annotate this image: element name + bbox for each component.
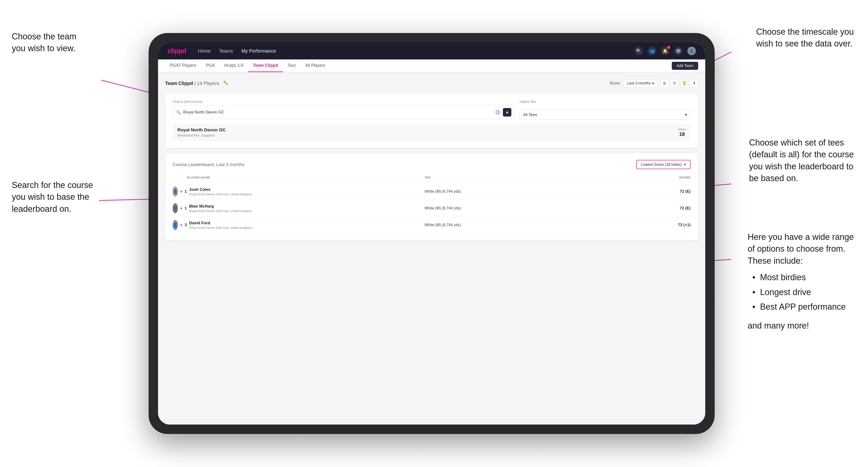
subnav-hcaps[interactable]: Hcaps 1-5 (219, 59, 248, 72)
score-chevron: ▾ (684, 162, 686, 167)
player-tee-2: White (M) (6,744 yds) (425, 206, 662, 210)
annotation-middle-right-text: Choose which set of tees(default is all)… (749, 138, 854, 183)
player-tee-3: White (M) (6,744 yds) (425, 223, 662, 227)
user-avatar[interactable]: 👤 (687, 47, 696, 55)
subnav-pgat[interactable]: PGAT Players (165, 59, 201, 72)
nav-logo: clippd (167, 47, 186, 55)
table-row: 👤 ♥ 3 David Ford Royal North Devon Golf … (173, 217, 691, 234)
bullet-3: • Best APP performance (752, 301, 854, 313)
search-clear-btn[interactable]: ✕ (495, 110, 500, 115)
player-score-2: 72 (E) (662, 206, 691, 211)
player-name-3: David Ford (189, 221, 425, 225)
player-info-2: Blair McHarg Royal North Devon Golf Club… (187, 204, 425, 213)
navbar: clippd Home Teams My Performance 🔍 👥 🔔 3… (158, 42, 705, 59)
tablet-inner: clippd Home Teams My Performance 🔍 👥 🔔 3… (158, 42, 705, 425)
subnav-tour[interactable]: Tour (283, 59, 301, 72)
subnav: PGAT Players PGA Hcaps 1-5 Team Clippd T… (158, 59, 705, 72)
team-header: Team Clippd | 14 Players ✏️ Show: Last 3… (165, 79, 698, 87)
player-count: | 14 Players (194, 81, 219, 86)
nav-link-performance[interactable]: My Performance (242, 49, 276, 54)
player-score-1: 72 (E) (662, 189, 691, 194)
bell-icon[interactable]: 🔔 3 (661, 47, 670, 55)
player-rank-3: 👤 ♥ 3 (173, 220, 187, 230)
annotation-top-right: Choose the timescale youwish to see the … (756, 26, 854, 50)
settings-icon[interactable]: ⚙️ (674, 47, 683, 55)
tee-dropdown[interactable]: All Tees ▾ (520, 110, 691, 120)
add-team-button[interactable]: Add Team (672, 62, 698, 70)
nav-link-teams[interactable]: Teams (219, 49, 233, 54)
course-location: Westward Ho!, England (177, 133, 226, 137)
annotation-middle-left: Search for the courseyou wish to base th… (12, 179, 93, 215)
player-name-2: Blair McHarg (189, 204, 425, 209)
player-rank-2: 👤 ♥ 1 (173, 203, 187, 213)
bullet-2: • Longest drive (752, 286, 854, 298)
rank-num-2: 1 (185, 206, 187, 211)
bullet-1: • Most birdies (752, 272, 854, 283)
leaderboard-card: Course Leaderboard, Last 3 months Lowest… (165, 153, 698, 240)
show-dropdown[interactable]: Last 3 months ▾ (624, 80, 658, 87)
avatar-2: 👤 (173, 203, 178, 213)
dropdown-chevron: ▾ (652, 81, 654, 86)
team-show: Show: Last 3 months ▾ ⊞ ☰ 🏆 ⬇ (610, 79, 698, 87)
heart-3: ♥ (180, 223, 182, 227)
trophy-btn[interactable]: 🏆 (680, 79, 688, 87)
player-info-1: Josh Coles Royal North Devon Golf Club, … (187, 187, 425, 196)
annotation-middle-left-text: Search for the courseyou wish to base th… (12, 180, 93, 214)
view-icons: ⊞ ☰ 🏆 ⬇ (660, 79, 698, 87)
annotation-top-left: Choose the team you wish to view. (12, 31, 92, 55)
player-club-3: Royal North Devon Golf Club, United King… (189, 226, 425, 229)
course-result: Royal North Devon GC Westward Ho!, Engla… (173, 124, 691, 141)
player-score-3: 73 (+1) (662, 223, 691, 227)
nav-icons: 🔍 👥 🔔 3 ⚙️ 👤 (634, 47, 696, 55)
subnav-pga[interactable]: PGA (201, 59, 219, 72)
nav-link-home[interactable]: Home (198, 49, 210, 54)
rank-num-3: 3 (185, 223, 187, 227)
tee-label: Select Tee (520, 99, 691, 103)
search-col: Find a Golf Course 🔍 Royal North Devon G… (173, 99, 515, 119)
annotation-top-right-text: Choose the timescale youwish to see the … (756, 27, 854, 49)
search-icon[interactable]: 🔍 (634, 47, 643, 55)
subnav-all-players[interactable]: All Players (301, 59, 330, 72)
rank-num-1: 1 (185, 189, 187, 194)
annotation-middle-right: Choose which set of tees(default is all)… (749, 137, 854, 184)
table-header: PLAYER NAME TEE SCORE (173, 174, 691, 181)
table-row: 👤 ♥ 1 Blair McHarg Royal North Devon Gol… (173, 200, 691, 217)
edit-icon[interactable]: ✏️ (223, 81, 228, 86)
list-view-btn[interactable]: ☰ (670, 79, 678, 87)
search-star-btn[interactable]: ★ (503, 108, 512, 117)
subnav-team-clippd[interactable]: Team Clippd (248, 59, 283, 72)
search-input-wrap[interactable]: 🔍 Royal North Devon GC ✕ ★ (173, 105, 515, 119)
leaderboard-header: Course Leaderboard, Last 3 months Lowest… (173, 160, 691, 169)
notification-badge: 3 (667, 46, 670, 49)
col-tee: TEE (425, 176, 662, 179)
tee-col: Select Tee All Tees ▾ (520, 99, 691, 120)
tee-value: All Tees (523, 113, 537, 117)
heart-2: ♥ (180, 206, 182, 210)
download-btn[interactable]: ⬇ (690, 79, 698, 87)
search-icon-inner: 🔍 (176, 110, 181, 115)
col-player-name: PLAYER NAME (187, 176, 425, 179)
score-dropdown[interactable]: Lowest Score (18 holes) ▾ (636, 160, 691, 169)
annotation-top-left-text: Choose the team you wish to view. (12, 32, 76, 53)
tablet-screen: clippd Home Teams My Performance 🔍 👥 🔔 3… (158, 42, 705, 425)
col-score: SCORE (662, 176, 691, 179)
annotation-footer: and many more! (748, 320, 854, 332)
search-section: Find a Golf Course 🔍 Royal North Devon G… (173, 99, 691, 120)
show-label: Show: (610, 81, 621, 86)
leaderboard-title-main: Course Leaderboard, (173, 162, 215, 167)
find-label: Find a Golf Course (173, 99, 515, 103)
player-name-1: Josh Coles (189, 187, 425, 192)
content-area: Team Clippd | 14 Players ✏️ Show: Last 3… (158, 72, 705, 425)
annotation-bottom-right-text: Here you have a wide rangeof options to … (748, 231, 854, 267)
player-club-2: Royal North Devon Golf Club, United King… (189, 209, 425, 213)
heart-1: ♥ (180, 190, 182, 193)
course-name: Royal North Devon GC (177, 127, 226, 132)
nav-links: Home Teams My Performance (198, 49, 634, 54)
annotation-bottom-right: Here you have a wide rangeof options to … (748, 231, 854, 332)
people-icon[interactable]: 👥 (648, 47, 656, 55)
holes-label: Holes (678, 128, 686, 131)
grid-view-btn[interactable]: ⊞ (660, 79, 669, 87)
player-tee-1: White (M) (6,744 yds) (425, 189, 662, 194)
score-option: Lowest Score (18 holes) (641, 162, 682, 167)
tee-chevron: ▾ (685, 112, 687, 117)
